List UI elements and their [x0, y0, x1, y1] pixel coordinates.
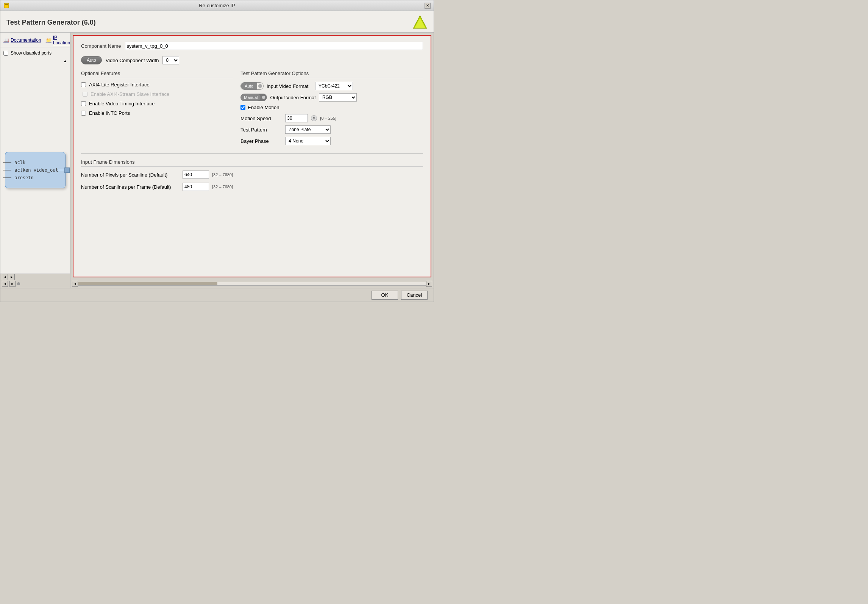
- bayer-phase-select[interactable]: 4 None 0 RGGB 1 GRBG 2 GBRG 3 BGGR: [285, 137, 331, 145]
- right-scroll-area: ◄ ►: [70, 280, 434, 288]
- axi4-lite-checkbox[interactable]: [81, 82, 86, 87]
- port-aclk: aclk: [14, 160, 58, 165]
- cancel-button[interactable]: Cancel: [401, 291, 428, 300]
- show-disabled-ports-label: Show disabled ports: [11, 50, 52, 56]
- left-panel: 📖 Documentation 📁 IP Location Show disab…: [0, 33, 70, 280]
- video-component-width-select[interactable]: 8101216: [162, 56, 179, 64]
- pixels-per-scanline-input[interactable]: [183, 171, 209, 179]
- component-name-input[interactable]: [125, 42, 423, 50]
- video-out-connector: [64, 167, 70, 173]
- h-scroll-left-btn[interactable]: ◄: [72, 281, 78, 287]
- output-video-format-label: Output Video Format: [270, 95, 315, 100]
- output-video-format-select[interactable]: RGBYCbCr422YCbCr444: [319, 93, 357, 102]
- port-aresetn-label: aresetn: [14, 175, 34, 180]
- scroll-left-arrow[interactable]: ◄: [2, 281, 8, 287]
- toggle-dot-output: [262, 95, 265, 99]
- tab-documentation[interactable]: 📖 Documentation: [3, 35, 41, 45]
- scroll-up-btn[interactable]: ▲: [63, 59, 67, 63]
- motion-speed-clear-btn[interactable]: ✕: [311, 115, 317, 121]
- content-area: 📖 Documentation 📁 IP Location Show disab…: [0, 33, 434, 280]
- toggle-dot-input: [258, 84, 262, 88]
- folder-icon: 📁: [46, 38, 52, 43]
- video-timing-checkbox[interactable]: [81, 101, 86, 106]
- enable-motion-checkbox[interactable]: [240, 105, 245, 110]
- left-bottom-scroll: ◄ ►: [0, 274, 70, 280]
- axi4-stream-row: Enable AXI4-Stream Slave Interface: [81, 91, 233, 97]
- test-pattern-select[interactable]: Zone Plate Color Bars Ramp Horizontal Ra…: [285, 125, 331, 134]
- ok-button[interactable]: OK: [372, 291, 398, 300]
- axi4-stream-label: Enable AXI4-Stream Slave Interface: [91, 91, 169, 97]
- left-panel-tabs: 📖 Documentation 📁 IP Location: [0, 33, 70, 47]
- tpg-options-label: Test Pattern Generator Options: [240, 70, 423, 78]
- xilinx-logo: [412, 15, 428, 30]
- motion-speed-range: [0 – 255]: [320, 116, 336, 120]
- main-bottom-scroll: ◄ ► ◄ ►: [0, 280, 434, 288]
- h-scroll-track[interactable]: [78, 282, 426, 286]
- scanlines-per-frame-row: Number of Scanlines per Frame (Default) …: [81, 183, 423, 191]
- input-video-format-select[interactable]: YCbCr422YCbCr444RGB: [315, 82, 353, 90]
- manual-pill-label[interactable]: Manual: [241, 94, 261, 101]
- svg-rect-0: [4, 3, 9, 8]
- auto-toggle-btn[interactable]: Auto: [81, 56, 102, 64]
- output-video-format-row: Manual Output Video Format RGBYCbCr422YC…: [240, 93, 423, 102]
- left-panel-options: Show disabled ports: [0, 47, 70, 59]
- left-scroll-controls: ◄ ►: [0, 280, 70, 288]
- bayer-phase-label: Bayer Phase: [240, 138, 282, 144]
- app-icon: [3, 3, 9, 9]
- scroll-right-btn-left[interactable]: ►: [9, 274, 15, 280]
- motion-speed-input[interactable]: [285, 114, 308, 122]
- enable-motion-label: Enable Motion: [248, 105, 279, 110]
- scanlines-per-frame-label: Number of Scanlines per Frame (Default): [81, 184, 180, 190]
- main-window: Re-customize IP ✕ Test Pattern Generator…: [0, 0, 434, 302]
- tab-ip-location-label: IP Location: [53, 35, 70, 45]
- show-disabled-ports-row: Show disabled ports: [3, 50, 67, 56]
- scroll-left-btn[interactable]: ◄: [2, 274, 8, 280]
- h-scroll-right-btn[interactable]: ►: [426, 281, 432, 287]
- component-name-row: Component Name: [81, 42, 423, 50]
- video-timing-row: Enable Video Timing Interface: [81, 101, 233, 106]
- app-title: Test Pattern Generator (6.0): [6, 19, 96, 27]
- intc-ports-row: Enable INTC Ports: [81, 110, 233, 116]
- frame-dimensions-section: Input Frame Dimensions Number of Pixels …: [81, 159, 423, 191]
- section-divider: [81, 153, 423, 154]
- two-col-section: Optional Features AXI4-Lite Register Int…: [81, 70, 423, 148]
- test-pattern-row: Test Pattern Zone Plate Color Bars Ramp …: [240, 125, 423, 134]
- auto-pill-label[interactable]: Auto: [241, 83, 257, 89]
- bayer-phase-row: Bayer Phase 4 None 0 RGGB 1 GRBG 2 GBRG …: [240, 137, 423, 145]
- motion-speed-label: Motion Speed: [240, 116, 282, 121]
- component-block: aclk aclken video_out aresetn: [5, 152, 66, 188]
- title-bar: Re-customize IP ✕: [0, 0, 434, 11]
- app-header: Test Pattern Generator (6.0): [0, 11, 434, 33]
- axi4-lite-row: AXI4-Lite Register Interface: [81, 82, 233, 88]
- manual-output-toggle[interactable]: Manual: [240, 94, 267, 101]
- tab-ip-location[interactable]: 📁 IP Location: [46, 35, 70, 45]
- pixels-per-scanline-label: Number of Pixels per Scanline (Default): [81, 172, 180, 178]
- port-aclken: aclken video_out: [14, 167, 58, 173]
- axi4-stream-checkbox[interactable]: [83, 92, 87, 97]
- enable-motion-row: Enable Motion: [240, 105, 423, 110]
- scroll-right-arrow[interactable]: ►: [9, 281, 16, 287]
- right-panel-inner: Component Name Auto Video Component Widt…: [73, 36, 431, 277]
- show-disabled-ports-checkbox[interactable]: [3, 51, 8, 56]
- auto-input-toggle[interactable]: Auto: [240, 82, 264, 90]
- svg-rect-1: [5, 4, 8, 5]
- scanlines-range: [32 – 7680]: [212, 185, 233, 189]
- input-video-format-row: Auto Input Video Format YCbCr422YCbCr444…: [240, 82, 423, 90]
- pixels-per-scanline-row: Number of Pixels per Scanline (Default) …: [81, 171, 423, 179]
- scanlines-per-frame-input[interactable]: [183, 183, 209, 191]
- tab-documentation-label: Documentation: [11, 38, 41, 43]
- input-frame-label: Input Frame Dimensions: [81, 159, 423, 167]
- intc-ports-checkbox[interactable]: [81, 111, 86, 116]
- video-component-width-label: Video Component Width: [106, 58, 159, 63]
- intc-ports-label: Enable INTC Ports: [89, 110, 130, 116]
- auto-row: Auto Video Component Width 8101216: [81, 56, 423, 64]
- motion-speed-row: Motion Speed ✕ [0 – 255]: [240, 114, 423, 122]
- close-button[interactable]: ✕: [425, 3, 431, 9]
- bottom-bar: OK Cancel: [0, 288, 434, 302]
- video-timing-label: Enable Video Timing Interface: [89, 101, 155, 106]
- pixels-range: [32 – 7680]: [212, 172, 233, 177]
- component-diagram: ▲ aclk aclken video_out: [0, 59, 70, 274]
- port-aclken-label: aclken video_out: [14, 167, 58, 173]
- window-title: Re-customize IP: [9, 3, 425, 8]
- input-video-format-label: Input Video Format: [267, 83, 312, 89]
